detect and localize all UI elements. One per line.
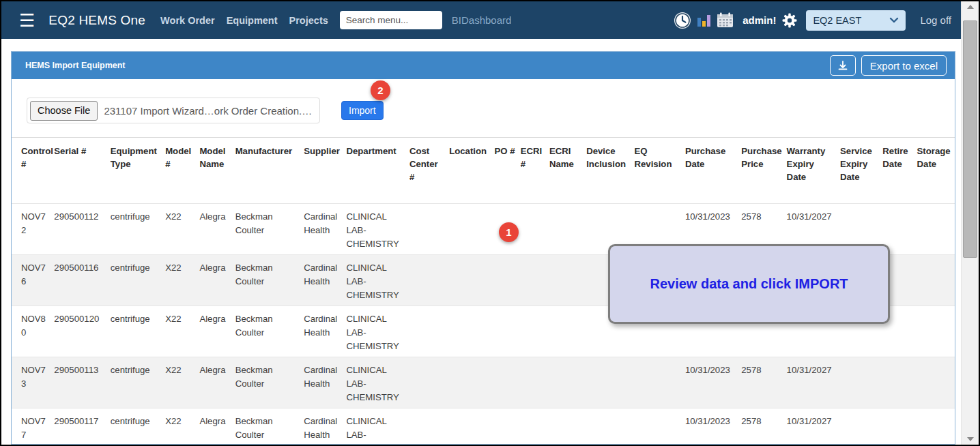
user-label[interactable]: admin! — [743, 14, 776, 26]
vertical-scrollbar — [961, 1, 979, 445]
column-header-3: Equipment Type — [111, 138, 165, 204]
menu-search-input[interactable] — [340, 11, 442, 29]
scroll-down-arrow[interactable] — [962, 434, 979, 445]
table-cell: Cardinal Health — [304, 357, 346, 408]
scroll-up-arrow[interactable] — [962, 1, 979, 12]
column-header-14: Device Inclusion — [586, 138, 634, 204]
column-header-6: Manufacturer — [235, 138, 304, 204]
table-cell — [495, 255, 521, 306]
table-cell: Alegra — [199, 408, 235, 445]
site-select[interactable]: EQ2 EAST — [806, 10, 906, 31]
calendar-icon[interactable] — [717, 12, 734, 28]
table-cell: X22 — [165, 306, 199, 357]
table-cell: Cardinal Health — [304, 408, 346, 445]
table-cell — [882, 357, 917, 408]
column-header-11: PO # — [495, 138, 521, 204]
column-header-1: Control # — [12, 138, 54, 204]
table-cell: Beckman Coulter — [235, 204, 304, 255]
column-header-17: Purchase Price — [741, 138, 786, 204]
table-cell: 10/31/2027 — [787, 357, 840, 408]
table-cell — [409, 204, 449, 255]
table-cell: X22 — [165, 357, 199, 408]
table-cell — [549, 255, 586, 306]
nav-link-work-order[interactable]: Work Order — [160, 15, 215, 26]
table-cell — [917, 408, 955, 445]
table-cell: Cardinal Health — [304, 204, 346, 255]
table-cell — [635, 357, 685, 408]
column-header-15: EQ Revision — [635, 138, 685, 204]
table-cell — [495, 408, 521, 445]
top-navbar: ☰ EQ2 HEMS One Work Order Equipment Proj… — [1, 1, 961, 39]
table-cell: centrifuge — [111, 408, 165, 445]
navbar-right: admin! EQ2 EAST — [674, 10, 951, 31]
nav-link-equipment[interactable]: Equipment — [227, 15, 278, 26]
table-cell: X22 — [165, 204, 199, 255]
column-header-21: Storage Date — [917, 138, 955, 204]
column-header-12: ECRI # — [521, 138, 549, 204]
table-cell: 2578 — [741, 408, 786, 445]
table-cell — [917, 306, 955, 357]
table-cell — [586, 408, 634, 445]
panel-header: HEMS Import Equipment Export to excel — [12, 52, 955, 79]
table-cell — [449, 357, 494, 408]
nav-link-projects[interactable]: Projects — [289, 15, 328, 26]
column-header-5: Model Name — [199, 138, 235, 204]
table-cell — [409, 408, 449, 445]
nav-link-bidashboard[interactable]: BIDashboard — [452, 14, 512, 26]
bar-chart-icon[interactable] — [697, 14, 710, 27]
table-cell: Beckman Coulter — [235, 357, 304, 408]
table-cell: CLINICAL LAB-CHEMISTRY — [346, 306, 409, 357]
step-badge-1: 1 — [499, 222, 519, 242]
choose-file-button[interactable]: Choose File — [30, 101, 98, 121]
column-header-13: ECRI Name — [549, 138, 586, 204]
table-cell: 290500113 — [54, 357, 110, 408]
table-cell: 290500120 — [54, 306, 110, 357]
download-button[interactable] — [830, 55, 856, 76]
table-cell — [521, 306, 549, 357]
table-cell — [521, 204, 549, 255]
table-cell — [635, 408, 685, 445]
table-cell: NOV72 — [12, 204, 54, 255]
column-header-7: Supplier — [304, 138, 346, 204]
table-cell: 290500117 — [54, 408, 110, 445]
table-cell: centrifuge — [111, 357, 165, 408]
table-cell: 10/31/2023 — [685, 357, 741, 408]
table-cell: Beckman Coulter — [235, 408, 304, 445]
table-cell — [917, 255, 955, 306]
table-cell — [917, 204, 955, 255]
column-header-19: Service Expiry Date — [840, 138, 882, 204]
table-cell: NOV80 — [12, 306, 54, 357]
table-cell: NOV77 — [12, 408, 54, 445]
table-cell — [840, 357, 882, 408]
scrollbar-track[interactable] — [962, 12, 979, 434]
table-cell: X22 — [165, 255, 199, 306]
column-header-18: Warranty Expiry Date — [787, 138, 840, 204]
table-cell: 290500112 — [54, 204, 110, 255]
table-cell — [449, 255, 494, 306]
table-cell — [449, 306, 494, 357]
table-cell: CLINICAL LAB-CHEMISTRY — [346, 204, 409, 255]
table-cell — [495, 357, 521, 408]
column-header-20: Retire Date — [882, 138, 917, 204]
table-cell — [549, 306, 586, 357]
import-button[interactable]: Import — [341, 101, 384, 120]
table-cell: 290500116 — [54, 255, 110, 306]
column-header-9: Cost Center # — [409, 138, 449, 204]
clock-icon[interactable] — [674, 12, 691, 29]
logoff-link[interactable]: Log off — [920, 14, 951, 26]
table-cell — [409, 306, 449, 357]
table-row[interactable]: NOV73290500113centrifugeX22AlegraBeckman… — [12, 357, 955, 408]
gear-icon[interactable] — [782, 13, 797, 28]
table-cell — [549, 408, 586, 445]
column-header-2: Serial # — [54, 138, 110, 204]
menu-icon[interactable]: ☰ — [19, 12, 35, 29]
table-cell: NOV76 — [12, 255, 54, 306]
app-brand: EQ2 HEMS One — [48, 13, 145, 28]
column-header-8: Department — [346, 138, 409, 204]
table-cell: centrifuge — [111, 204, 165, 255]
export-to-excel-button[interactable]: Export to excel — [861, 55, 947, 76]
scrollbar-thumb[interactable] — [963, 20, 977, 258]
table-row[interactable]: NOV77290500117centrifugeX22AlegraBeckman… — [12, 408, 955, 445]
chevron-down-icon — [889, 17, 899, 23]
file-input[interactable]: Choose File 231107 Import Wizard…ork Ord… — [27, 98, 320, 123]
